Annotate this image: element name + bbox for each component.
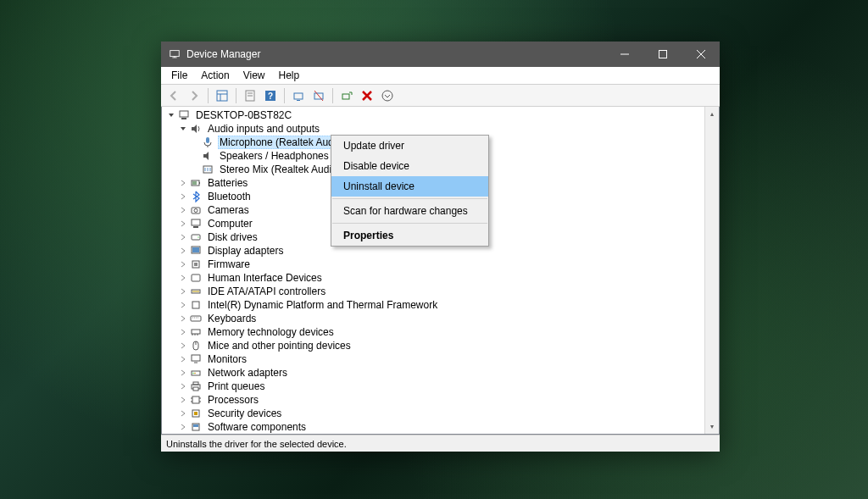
show-hide-button[interactable]: [213, 86, 231, 105]
svg-rect-30: [192, 181, 197, 185]
close-button[interactable]: [682, 42, 720, 67]
scan-hardware-button[interactable]: [337, 86, 356, 105]
svg-point-36: [198, 236, 198, 237]
context-menu-properties[interactable]: Properties: [331, 225, 488, 246]
tree-label: Speakers / Headphones (R: [218, 150, 344, 162]
monitor-icon: [189, 352, 203, 366]
scroll-up-button[interactable]: ▴: [705, 107, 719, 121]
properties-button[interactable]: [241, 86, 259, 105]
maximize-button[interactable]: [643, 42, 682, 67]
uninstall-button[interactable]: [358, 86, 376, 105]
tree-item-keyboards[interactable]: Keyboards: [162, 312, 704, 325]
svg-rect-53: [192, 355, 200, 361]
toolbar-separator: [236, 88, 236, 103]
tree-item-memtech[interactable]: Memory technology devices: [162, 325, 704, 339]
toolbar-separator: [284, 88, 285, 103]
tree-item-print[interactable]: Print queues: [162, 380, 704, 393]
context-menu-disable-device[interactable]: Disable device: [331, 156, 488, 176]
tree-label: Monitors: [206, 353, 248, 365]
tree-label: Software components: [206, 421, 308, 433]
help-button[interactable]: ?: [261, 86, 280, 105]
tree-item-monitors[interactable]: Monitors: [162, 352, 704, 366]
tree-item-network[interactable]: Network adapters: [162, 366, 704, 380]
tree-item-ide[interactable]: IDE ATA/ATAPI controllers: [162, 285, 704, 298]
chevron-right-icon[interactable]: [177, 394, 189, 406]
tree-item-mice[interactable]: Mice and other pointing devices: [162, 339, 704, 352]
menu-file[interactable]: File: [164, 68, 194, 83]
titlebar[interactable]: Device Manager: [161, 42, 720, 67]
tree-label: Microphone (Realtek Audio: [218, 136, 343, 149]
tree-label: Disk drives: [206, 231, 259, 243]
tree-label: Print queues: [206, 380, 266, 392]
tree-item-processors[interactable]: Processors: [162, 393, 704, 407]
svg-rect-60: [193, 387, 198, 391]
svg-rect-47: [192, 330, 200, 334]
statusbar: Uninstalls the driver for the selected d…: [161, 435, 720, 452]
chevron-right-icon[interactable]: [177, 299, 189, 311]
update-driver-button[interactable]: [289, 86, 308, 105]
svg-rect-34: [193, 226, 198, 228]
hid-icon: [189, 271, 203, 285]
chip-icon: [189, 258, 203, 271]
back-button[interactable]: [164, 86, 183, 105]
tree-root[interactable]: DESKTOP-0BST82C: [162, 108, 704, 122]
chevron-right-icon[interactable]: [177, 421, 189, 433]
tree-item-intel[interactable]: Intel(R) Dynamic Platform and Thermal Fr…: [162, 298, 704, 312]
svg-point-56: [192, 373, 194, 374]
chevron-right-icon[interactable]: [177, 380, 189, 392]
chevron-right-icon[interactable]: [177, 191, 189, 202]
minimize-button[interactable]: [605, 42, 643, 67]
tree-label: Batteries: [206, 177, 249, 189]
scroll-down-button[interactable]: ▾: [705, 419, 719, 434]
chevron-right-icon[interactable]: [177, 313, 189, 324]
forward-button[interactable]: [185, 86, 203, 105]
tree-item-softcomp[interactable]: Software components: [162, 420, 704, 434]
chevron-right-icon[interactable]: [177, 258, 189, 270]
tree-item-hid[interactable]: Human Interface Devices: [162, 271, 704, 285]
svg-rect-7: [217, 91, 227, 101]
chevron-right-icon[interactable]: [177, 218, 189, 230]
tree-item-firmware[interactable]: Firmware: [162, 258, 704, 271]
chevron-right-icon[interactable]: [177, 367, 189, 379]
chevron-right-icon[interactable]: [177, 340, 189, 352]
memory-icon: [189, 325, 203, 339]
chevron-right-icon[interactable]: [177, 408, 189, 419]
chevron-right-icon[interactable]: [177, 231, 189, 243]
context-menu-update-driver[interactable]: Update driver: [331, 136, 488, 156]
chevron-right-icon[interactable]: [177, 353, 189, 365]
tree-item-audio[interactable]: Audio inputs and outputs: [162, 122, 704, 136]
context-menu: Update driver Disable device Uninstall d…: [331, 135, 489, 247]
svg-rect-59: [193, 382, 198, 385]
chevron-right-icon[interactable]: [177, 326, 189, 338]
svg-rect-45: [191, 316, 201, 321]
chevron-right-icon[interactable]: [177, 286, 189, 297]
context-menu-uninstall-device[interactable]: Uninstall device: [331, 176, 488, 197]
svg-rect-2: [174, 57, 175, 58]
svg-rect-16: [297, 100, 300, 101]
software-icon: [189, 420, 203, 434]
svg-rect-22: [206, 137, 209, 143]
tree-label: Keyboards: [206, 313, 258, 324]
vertical-scrollbar[interactable]: ▴ ▾: [704, 107, 719, 434]
svg-rect-0: [170, 51, 180, 57]
chevron-down-icon[interactable]: [177, 123, 189, 135]
svg-point-32: [194, 209, 198, 213]
chevron-down-icon[interactable]: [165, 109, 177, 121]
expander-empty: [189, 164, 201, 175]
chevron-right-icon[interactable]: [177, 245, 189, 257]
menu-action[interactable]: Action: [194, 68, 236, 83]
chevron-right-icon[interactable]: [177, 204, 189, 216]
tree-label: Display adapters: [206, 245, 285, 257]
tree-label: Stereo Mix (Realtek Audio: [218, 164, 339, 175]
down-arrow-button[interactable]: [378, 86, 397, 105]
context-menu-separator: [332, 223, 487, 224]
menu-view[interactable]: View: [236, 68, 272, 83]
tree-label: Memory technology devices: [206, 326, 336, 338]
chevron-right-icon[interactable]: [177, 272, 189, 284]
menu-help[interactable]: Help: [272, 68, 307, 83]
chevron-right-icon[interactable]: [177, 177, 189, 189]
toolbar-separator: [208, 88, 209, 103]
tree-item-security[interactable]: Security devices: [162, 407, 704, 420]
disable-device-button[interactable]: [309, 86, 328, 105]
context-menu-scan-hardware[interactable]: Scan for hardware changes: [331, 201, 488, 221]
